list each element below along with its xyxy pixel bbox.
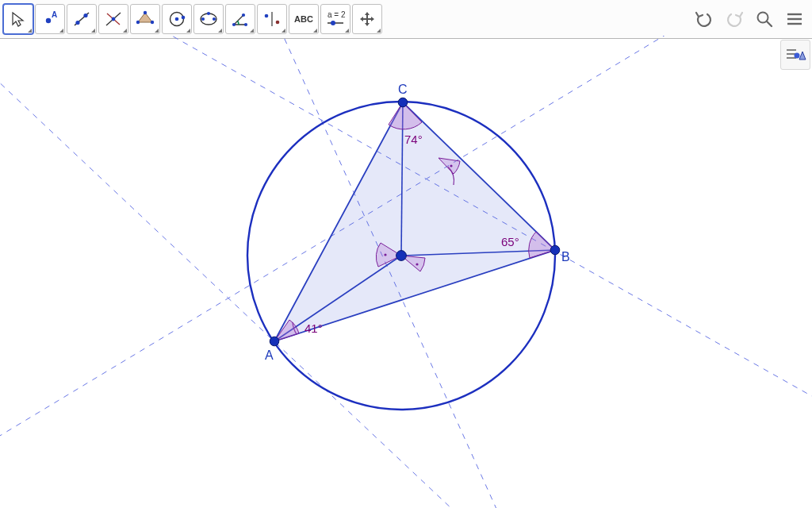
tool-text[interactable]: ABC — [289, 4, 319, 34]
svg-point-11 — [136, 21, 140, 24]
tool-circle-center[interactable] — [162, 4, 192, 34]
point-a[interactable] — [270, 337, 279, 346]
tool-slider[interactable]: a = 2 — [320, 4, 350, 34]
svg-point-10 — [151, 21, 154, 24]
geometry-canvas[interactable]: 41° 65° 74° A B C — [0, 36, 812, 508]
svg-point-13 — [175, 17, 179, 21]
svg-point-23 — [265, 14, 269, 18]
point-c[interactable] — [398, 98, 408, 107]
angle-arc-b — [529, 232, 555, 258]
angle-label-a: 41° — [304, 321, 323, 335]
svg-point-18 — [207, 12, 210, 15]
svg-point-14 — [182, 16, 186, 20]
tool-angle[interactable] — [225, 4, 255, 34]
search-button[interactable] — [750, 5, 779, 33]
text-tool-label: ABC — [294, 14, 313, 24]
svg-point-38 — [416, 263, 418, 265]
label-a: A — [265, 348, 274, 362]
angle-label-b: 65° — [501, 235, 519, 248]
svg-point-16 — [201, 17, 205, 21]
slider-tool-label: a = 2 — [327, 10, 346, 19]
label-b: B — [561, 250, 570, 264]
svg-point-0 — [46, 18, 51, 23]
tool-line[interactable] — [67, 4, 97, 34]
redo-button — [720, 5, 749, 33]
svg-point-7 — [112, 17, 116, 21]
svg-text:A: A — [52, 10, 57, 19]
svg-point-20 — [244, 23, 247, 26]
svg-point-17 — [213, 17, 216, 21]
svg-point-19 — [232, 23, 236, 26]
point-b[interactable] — [550, 245, 560, 255]
svg-point-21 — [242, 13, 245, 17]
svg-point-24 — [276, 21, 280, 25]
svg-point-39 — [450, 164, 452, 167]
menu-button[interactable] — [780, 5, 809, 33]
tool-move[interactable] — [3, 4, 33, 34]
svg-point-4 — [83, 13, 87, 17]
tool-ellipse[interactable] — [193, 4, 224, 34]
tool-point[interactable]: A — [35, 4, 65, 34]
tool-move-view[interactable] — [352, 4, 382, 34]
dashed-line-1 — [0, 53, 603, 508]
point-center[interactable] — [396, 251, 407, 261]
angle-label-c: 74° — [404, 133, 423, 146]
svg-point-3 — [75, 21, 79, 25]
svg-line-28 — [767, 21, 772, 26]
label-c: C — [398, 83, 408, 96]
undo-button[interactable] — [690, 5, 718, 33]
tool-perpendicular[interactable] — [98, 4, 128, 34]
tool-reflect[interactable] — [257, 4, 287, 34]
svg-point-9 — [144, 11, 147, 14]
toolbar: A ABC a = 2 — [0, 0, 812, 39]
svg-point-26 — [331, 21, 335, 25]
tool-polygon[interactable] — [130, 4, 160, 34]
svg-point-37 — [384, 253, 386, 256]
